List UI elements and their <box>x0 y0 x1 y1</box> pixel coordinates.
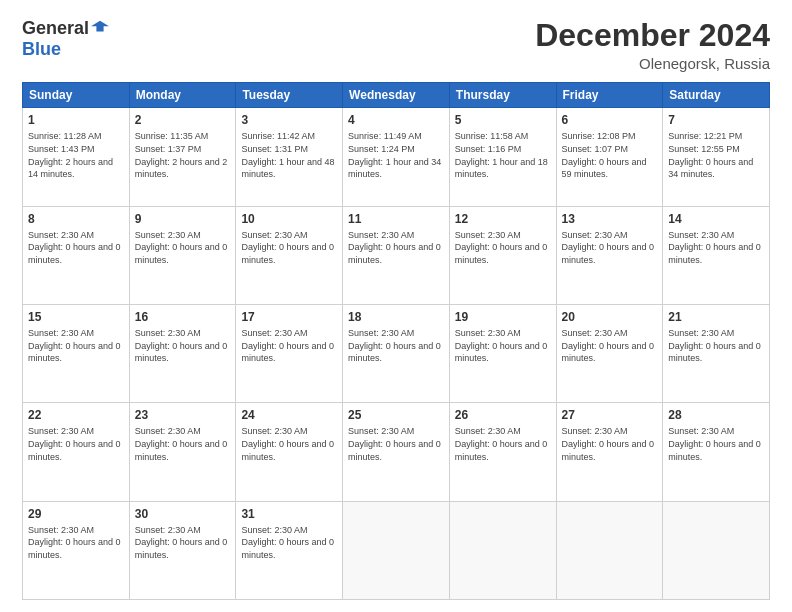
day-29: 29 Sunset: 2:30 AMDaylight: 0 hours and … <box>23 501 130 599</box>
empty-cell-1 <box>343 501 450 599</box>
day-6: 6 Sunrise: 12:08 PMSunset: 1:07 PMDaylig… <box>556 108 663 206</box>
day-1: 1 Sunrise: 11:28 AMSunset: 1:43 PMDaylig… <box>23 108 130 206</box>
title-section: December 2024 Olenegorsk, Russia <box>535 18 770 72</box>
day-20: 20 Sunset: 2:30 AMDaylight: 0 hours and … <box>556 304 663 402</box>
day-13: 13 Sunset: 2:30 AMDaylight: 0 hours and … <box>556 206 663 304</box>
day-23: 23 Sunset: 2:30 AMDaylight: 0 hours and … <box>129 403 236 501</box>
week-row-2: 8 Sunset: 2:30 AMDaylight: 0 hours and 0… <box>23 206 770 304</box>
day-11: 11 Sunset: 2:30 AMDaylight: 0 hours and … <box>343 206 450 304</box>
empty-cell-2 <box>449 501 556 599</box>
logo-blue-text: Blue <box>22 39 61 60</box>
col-thursday: Thursday <box>449 83 556 108</box>
col-sunday: Sunday <box>23 83 130 108</box>
main-title: December 2024 <box>535 18 770 53</box>
day-2: 2 Sunrise: 11:35 AMSunset: 1:37 PMDaylig… <box>129 108 236 206</box>
day-17: 17 Sunset: 2:30 AMDaylight: 0 hours and … <box>236 304 343 402</box>
day-24: 24 Sunset: 2:30 AMDaylight: 0 hours and … <box>236 403 343 501</box>
day-28: 28 Sunset: 2:30 AMDaylight: 0 hours and … <box>663 403 770 501</box>
day-27: 27 Sunset: 2:30 AMDaylight: 0 hours and … <box>556 403 663 501</box>
day-15: 15 Sunset: 2:30 AMDaylight: 0 hours and … <box>23 304 130 402</box>
day-16: 16 Sunset: 2:30 AMDaylight: 0 hours and … <box>129 304 236 402</box>
day-3: 3 Sunrise: 11:42 AMSunset: 1:31 PMDaylig… <box>236 108 343 206</box>
day-14: 14 Sunset: 2:30 AMDaylight: 0 hours and … <box>663 206 770 304</box>
logo-bird-icon <box>91 19 109 37</box>
week-row-3: 15 Sunset: 2:30 AMDaylight: 0 hours and … <box>23 304 770 402</box>
day-26: 26 Sunset: 2:30 AMDaylight: 0 hours and … <box>449 403 556 501</box>
day-19: 19 Sunset: 2:30 AMDaylight: 0 hours and … <box>449 304 556 402</box>
day-4: 4 Sunrise: 11:49 AMSunset: 1:24 PMDaylig… <box>343 108 450 206</box>
day-12: 12 Sunset: 2:30 AMDaylight: 0 hours and … <box>449 206 556 304</box>
header: General Blue December 2024 Olenegorsk, R… <box>22 18 770 72</box>
day-5: 5 Sunrise: 11:58 AMSunset: 1:16 PMDaylig… <box>449 108 556 206</box>
col-saturday: Saturday <box>663 83 770 108</box>
week-row-5: 29 Sunset: 2:30 AMDaylight: 0 hours and … <box>23 501 770 599</box>
day-9: 9 Sunset: 2:30 AMDaylight: 0 hours and 0… <box>129 206 236 304</box>
day-21: 21 Sunset: 2:30 AMDaylight: 0 hours and … <box>663 304 770 402</box>
weekday-header-row: Sunday Monday Tuesday Wednesday Thursday… <box>23 83 770 108</box>
svg-marker-0 <box>91 20 109 31</box>
col-wednesday: Wednesday <box>343 83 450 108</box>
empty-cell-3 <box>556 501 663 599</box>
day-10: 10 Sunset: 2:30 AMDaylight: 0 hours and … <box>236 206 343 304</box>
logo-general-text: General <box>22 18 89 39</box>
day-30: 30 Sunset: 2:30 AMDaylight: 0 hours and … <box>129 501 236 599</box>
day-18: 18 Sunset: 2:30 AMDaylight: 0 hours and … <box>343 304 450 402</box>
day-25: 25 Sunset: 2:30 AMDaylight: 0 hours and … <box>343 403 450 501</box>
page: General Blue December 2024 Olenegorsk, R… <box>0 0 792 612</box>
day-22: 22 Sunset: 2:30 AMDaylight: 0 hours and … <box>23 403 130 501</box>
col-friday: Friday <box>556 83 663 108</box>
week-row-4: 22 Sunset: 2:30 AMDaylight: 0 hours and … <box>23 403 770 501</box>
empty-cell-4 <box>663 501 770 599</box>
day-7: 7 Sunrise: 12:21 PMSunset: 12:55 PMDayli… <box>663 108 770 206</box>
subtitle: Olenegorsk, Russia <box>535 55 770 72</box>
day-8: 8 Sunset: 2:30 AMDaylight: 0 hours and 0… <box>23 206 130 304</box>
col-tuesday: Tuesday <box>236 83 343 108</box>
logo: General Blue <box>22 18 109 60</box>
day-31: 31 Sunset: 2:30 AMDaylight: 0 hours and … <box>236 501 343 599</box>
calendar-table: Sunday Monday Tuesday Wednesday Thursday… <box>22 82 770 600</box>
week-row-1: 1 Sunrise: 11:28 AMSunset: 1:43 PMDaylig… <box>23 108 770 206</box>
col-monday: Monday <box>129 83 236 108</box>
